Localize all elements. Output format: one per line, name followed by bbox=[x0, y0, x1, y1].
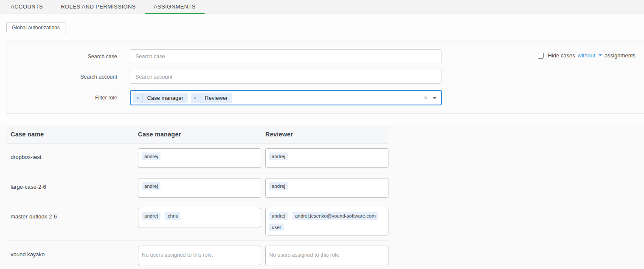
assignment-box-reviewer[interactable]: No users assigned to this role. bbox=[265, 246, 388, 265]
case-name: dropbox-test bbox=[6, 148, 138, 168]
chevron-down-icon[interactable] bbox=[433, 97, 437, 99]
remove-tag-icon[interactable]: × bbox=[133, 93, 143, 103]
assignment-box-reviewer[interactable]: andrej bbox=[265, 148, 388, 168]
table-row: vound kayakoNo users assigned to this ro… bbox=[6, 241, 388, 269]
table-row: master-outlook-2-6andrejchrisandrejandre… bbox=[6, 203, 388, 241]
hide-cases-checkbox[interactable] bbox=[538, 53, 544, 59]
table-row: large-case-2-6andrejandrej bbox=[6, 173, 388, 203]
user-tag[interactable]: andrej.jesenko@vound-software.com bbox=[292, 212, 378, 220]
global-authorizations-button[interactable]: Global authorizations bbox=[6, 22, 65, 33]
search-case-input[interactable] bbox=[130, 49, 442, 63]
assignment-box-case-manager[interactable]: No users assigned to this role. bbox=[138, 246, 261, 265]
assignment-box-case-manager[interactable]: andrej bbox=[138, 148, 261, 168]
tab-bar: ACCOUNTS ROLES AND PERMISSIONS ASSIGNMEN… bbox=[0, 0, 644, 14]
empty-placeholder: No users assigned to this role. bbox=[142, 250, 213, 258]
case-name: vound kayako bbox=[6, 246, 138, 265]
app-window: ACCOUNTS ROLES AND PERMISSIONS ASSIGNMEN… bbox=[0, 0, 644, 269]
filter-role-row: Filter role ×Case manager×Reviewer × bbox=[6, 90, 644, 105]
assignment-box-reviewer[interactable]: andrejandrej.jesenko@vound-software.comu… bbox=[265, 208, 388, 235]
hide-cases-suffix: assignments bbox=[605, 52, 636, 59]
mode-dropdown-caret-icon[interactable] bbox=[599, 54, 602, 56]
reviewer-cell: andrej bbox=[265, 178, 393, 198]
remove-tag-icon[interactable]: × bbox=[191, 93, 200, 103]
table-row: dropbox-testandrejandrej bbox=[6, 144, 388, 173]
user-tag[interactable]: andrej bbox=[269, 212, 288, 220]
user-tag[interactable]: andrej bbox=[142, 212, 160, 220]
column-header-case-manager: Case manager bbox=[138, 131, 265, 138]
search-case-label: Search case bbox=[6, 54, 117, 59]
case-name: master-outlook-2-6 bbox=[6, 208, 138, 235]
search-account-label: Search account bbox=[6, 74, 117, 80]
role-filter-tag-label: Reviewer bbox=[200, 93, 232, 103]
reviewer-cell: andrejandrej.jesenko@vound-software.comu… bbox=[265, 208, 393, 235]
empty-placeholder: No users assigned to this role. bbox=[269, 250, 340, 258]
select-controls: × bbox=[424, 95, 437, 101]
search-account-row: Search account bbox=[6, 70, 644, 84]
role-filter-tag: ×Case manager bbox=[133, 93, 188, 103]
hide-cases-control: Hide cases without assignments bbox=[538, 52, 636, 59]
user-tag[interactable]: andrej bbox=[142, 182, 160, 190]
user-tag[interactable]: andrej bbox=[269, 153, 288, 160]
table-header: Case name Case manager Reviewer bbox=[6, 125, 388, 144]
filter-role-tags: ×Case manager×Reviewer bbox=[133, 93, 235, 103]
user-tag[interactable]: andrej bbox=[142, 153, 160, 160]
column-header-reviewer: Reviewer bbox=[265, 131, 388, 138]
search-account-input[interactable] bbox=[130, 70, 442, 84]
text-cursor bbox=[237, 94, 237, 102]
role-filter-tag-label: Case manager bbox=[143, 93, 187, 103]
assignment-box-case-manager[interactable]: andrej bbox=[138, 178, 261, 198]
assignments-table: Case name Case manager Reviewer dropbox-… bbox=[0, 125, 644, 269]
tab-assignments[interactable]: ASSIGNMENTS bbox=[145, 0, 205, 14]
filter-role-multiselect[interactable]: ×Case manager×Reviewer × bbox=[130, 90, 442, 105]
case-manager-cell: andrej bbox=[138, 148, 265, 168]
toolbar: Global authorizations bbox=[0, 14, 644, 33]
assignment-box-case-manager[interactable]: andrejchris bbox=[138, 208, 261, 227]
clear-selection-icon[interactable]: × bbox=[424, 95, 427, 101]
user-tag[interactable]: user bbox=[269, 224, 284, 231]
filter-role-label: Filter role bbox=[6, 95, 117, 101]
case-manager-cell: andrejchris bbox=[138, 208, 265, 235]
tab-roles-and-permissions[interactable]: ROLES AND PERMISSIONS bbox=[52, 0, 145, 14]
case-manager-cell: andrej bbox=[138, 178, 265, 198]
table-rows: dropbox-testandrejandrejlarge-case-2-6an… bbox=[0, 144, 644, 269]
user-tag[interactable]: chris bbox=[165, 212, 180, 220]
case-manager-cell: No users assigned to this role. bbox=[138, 246, 265, 265]
filter-panel: Search case Search account Filter role ×… bbox=[6, 40, 644, 114]
case-name: large-case-2-6 bbox=[6, 178, 138, 198]
assignment-box-reviewer[interactable]: andrej bbox=[265, 178, 388, 198]
column-header-case-name: Case name bbox=[6, 131, 138, 138]
tab-accounts[interactable]: ACCOUNTS bbox=[2, 0, 52, 14]
role-filter-tag: ×Reviewer bbox=[191, 93, 232, 103]
hide-cases-prefix: Hide cases bbox=[548, 52, 575, 59]
hide-cases-mode-link[interactable]: without bbox=[578, 52, 595, 59]
reviewer-cell: No users assigned to this role. bbox=[265, 246, 393, 265]
user-tag[interactable]: andrej bbox=[269, 182, 288, 190]
reviewer-cell: andrej bbox=[265, 148, 393, 168]
